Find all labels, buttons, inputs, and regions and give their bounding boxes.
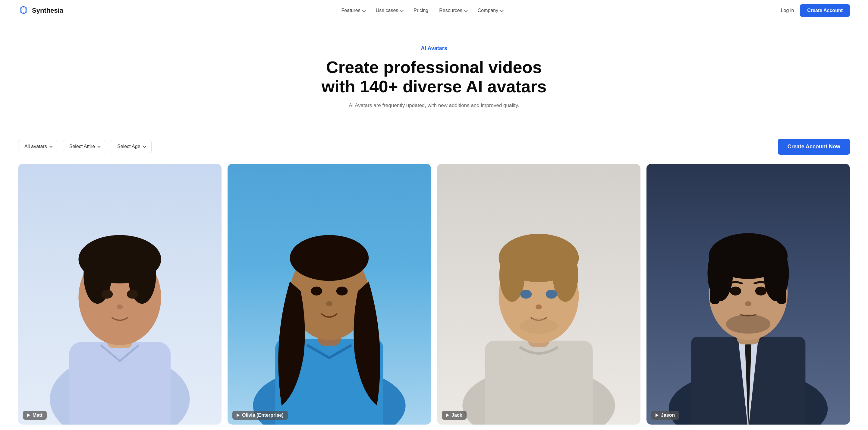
nav-item-resources[interactable]: Resources [439, 8, 467, 13]
login-link[interactable]: Log in [781, 8, 794, 13]
attire-filter[interactable]: Select Attire [63, 140, 106, 153]
svg-point-8 [127, 290, 138, 299]
play-icon [655, 413, 658, 417]
avatar-card-jack[interactable]: Jack [437, 164, 641, 425]
nav-item-company[interactable]: Company [478, 8, 503, 13]
filters-left: All avatars Select Attire Select Age [18, 140, 152, 153]
chevron-down-icon [362, 8, 366, 12]
avatar-image-olivia [227, 164, 431, 425]
svg-point-40 [745, 301, 751, 306]
all-avatars-filter[interactable]: All avatars [18, 140, 58, 153]
svg-point-14 [290, 235, 369, 281]
chevron-down-icon [464, 8, 468, 12]
svg-point-16 [336, 286, 348, 295]
svg-point-41 [726, 315, 771, 334]
svg-point-17 [326, 301, 333, 306]
chevron-down-icon [143, 144, 146, 148]
avatar-label-jack: Jack [442, 411, 467, 420]
avatar-image-jack [437, 164, 641, 425]
avatar-card-jason[interactable]: Jason [647, 164, 850, 425]
hero-subtitle: AI Avatars are frequently updated, with … [18, 103, 850, 109]
hero-tag: AI Avatars [18, 45, 850, 52]
chevron-down-icon [49, 144, 53, 148]
nav-item-pricing[interactable]: Pricing [413, 8, 428, 13]
create-account-now-button[interactable]: Create Account Now [778, 139, 850, 155]
filters-bar: All avatars Select Attire Select Age Cre… [0, 139, 868, 155]
chevron-down-icon [500, 8, 504, 12]
nav-actions: Log in Create Account [781, 4, 850, 17]
logo-text: Synthesia [32, 7, 63, 15]
hero-section: AI Avatars Create professional videos wi… [0, 21, 868, 139]
chevron-down-icon [400, 8, 404, 12]
svg-rect-36 [710, 281, 720, 304]
navbar: Synthesia Features Use cases Pricing Res… [0, 0, 868, 21]
nav-item-features[interactable]: Features [341, 8, 365, 13]
play-icon [27, 413, 30, 417]
svg-point-27 [535, 304, 542, 309]
svg-point-15 [311, 286, 322, 295]
svg-point-7 [101, 290, 113, 299]
create-account-button[interactable]: Create Account [800, 4, 850, 17]
avatar-label-olivia: Olivia (Enterprise) [232, 411, 288, 420]
svg-rect-1 [69, 342, 171, 425]
avatar-image-matt [18, 164, 221, 425]
avatar-card-olivia[interactable]: Olivia (Enterprise) [227, 164, 431, 425]
svg-point-28 [520, 318, 558, 334]
play-icon [446, 413, 449, 417]
hero-title: Create professional videos with 140+ div… [313, 58, 555, 96]
nav-links: Features Use cases Pricing Resources Com… [341, 8, 503, 13]
play-icon [237, 413, 240, 417]
avatars-grid: Matt [0, 164, 868, 430]
avatar-label-matt: Matt [23, 411, 47, 420]
svg-point-38 [730, 286, 741, 295]
svg-point-25 [520, 290, 532, 299]
avatar-label-jason: Jason [651, 411, 679, 420]
age-filter[interactable]: Select Age [111, 140, 152, 153]
svg-rect-37 [777, 281, 786, 304]
svg-point-39 [755, 286, 767, 295]
svg-point-26 [546, 290, 557, 299]
chevron-down-icon [97, 144, 101, 148]
synthesia-logo-icon [18, 5, 29, 16]
avatar-image-jason [647, 164, 850, 425]
svg-point-9 [117, 304, 123, 309]
logo-link[interactable]: Synthesia [18, 5, 63, 16]
nav-item-usecases[interactable]: Use cases [376, 8, 403, 13]
avatar-card-matt[interactable]: Matt [18, 164, 221, 425]
